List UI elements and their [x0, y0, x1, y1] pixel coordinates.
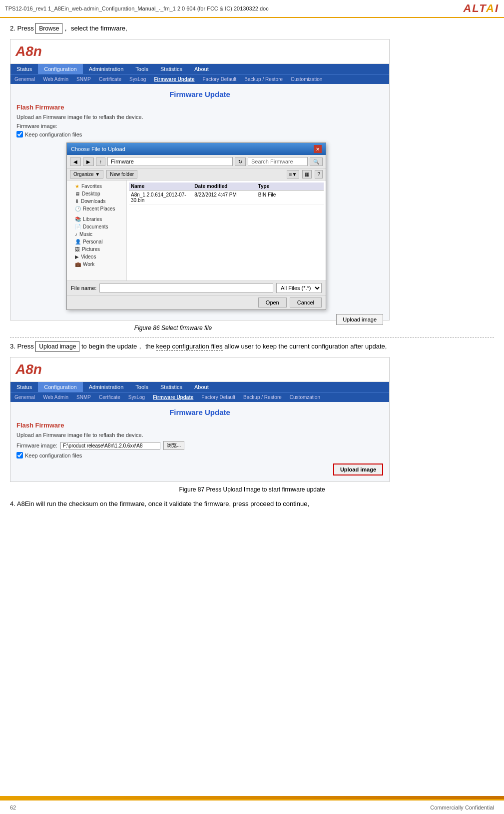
page-title-2: Firmware Update — [16, 408, 383, 416]
favorites-group: ★ Favorites 🖥 Desktop ⬇ Downloads 🕐 Rece… — [67, 182, 126, 212]
page-title-1: Firmware Update — [16, 90, 383, 98]
doc-title: TPS12-016_rev1 1_A8Ein_web-admin_Configu… — [5, 6, 269, 12]
nav-administration-1[interactable]: Administration — [83, 64, 130, 74]
file-list-header: Name Date modified Type — [129, 182, 324, 190]
sub-factory-1[interactable]: Factory Default — [199, 76, 241, 83]
keep-config-label-2: Keep configuration files — [25, 452, 82, 458]
keep-config-checkbox-1[interactable] — [16, 131, 23, 138]
libraries-group: 📚 Libraries 📄 Documents ♪ Music 👤 Person… — [67, 216, 126, 268]
nav-status-1[interactable]: Status — [10, 64, 38, 74]
dialog-refresh-button[interactable]: ↻ — [235, 158, 246, 166]
filename-label: File name: — [71, 285, 96, 291]
sub-syslog-1[interactable]: SysLog — [125, 76, 150, 83]
sidebar-recent[interactable]: 🕐 Recent Places — [67, 205, 126, 212]
nav-configuration-2[interactable]: Configuration — [38, 382, 82, 392]
file-type-1: BIN File — [258, 192, 322, 203]
firmware-label-1: Firmware image: — [16, 123, 57, 129]
nav-top-2: Status Configuration Administration Tool… — [10, 382, 389, 392]
nav-tools-2[interactable]: Tools — [129, 382, 154, 392]
dialog-close-button[interactable]: ✕ — [314, 145, 322, 153]
dialog-footer: File name: All Files (*.*) — [67, 280, 326, 295]
dialog-detail-button[interactable]: ▦ — [302, 170, 312, 178]
sub-backup-2[interactable]: Backup / Restore — [239, 394, 286, 401]
footer-confidential: Commercially Confidential — [430, 804, 494, 810]
sidebar-videos[interactable]: ▶ Videos — [67, 253, 126, 260]
sidebar-libraries[interactable]: 📚 Libraries — [67, 216, 126, 223]
col-type: Type — [258, 184, 322, 189]
dialog-forward-button[interactable]: ▶ — [83, 158, 94, 166]
altai-logo: ALTAI — [463, 2, 499, 15]
dialog-filetype-select[interactable]: All Files (*.*) — [276, 283, 322, 293]
nav-about-2[interactable]: About — [188, 382, 215, 392]
dialog-toolbar: ◀ ▶ ↑ Firmware ↻ 🔍 — [67, 155, 326, 168]
sub-webadmin-1[interactable]: Web Admin — [39, 76, 72, 83]
dashed-separator — [10, 338, 494, 338]
col-name: Name — [131, 184, 194, 189]
upload-image-button-2[interactable]: Upload image — [333, 464, 383, 476]
sub-firmware-1[interactable]: Firmware Update — [150, 76, 198, 83]
sub-snmp-1[interactable]: SNMP — [72, 76, 95, 83]
sub-genernal-2[interactable]: Genernal — [10, 394, 39, 401]
keep-config-row-1: Keep configuration files — [16, 131, 383, 138]
dialog-help-button[interactable]: ? — [315, 170, 323, 178]
file-dialog: Choose File to Upload ✕ ◀ ▶ ↑ Firmware ↻… — [66, 142, 326, 310]
dialog-path-bar[interactable]: Firmware — [107, 157, 233, 166]
sub-backup-1[interactable]: Backup / Restore — [240, 76, 287, 83]
sub-certificate-2[interactable]: Certficate — [95, 394, 124, 401]
keep-config-reference: keep configuration files — [156, 342, 223, 350]
sidebar-work[interactable]: 💼 Work — [67, 260, 126, 268]
sidebar-downloads[interactable]: ⬇ Downloads — [67, 198, 126, 205]
nav-tools-1[interactable]: Tools — [129, 64, 154, 74]
nav-statistics-1[interactable]: Statistics — [154, 64, 188, 74]
sidebar-desktop[interactable]: 🖥 Desktop — [67, 190, 126, 198]
upload-desc-2: Upload an Firmware image file to reflash… — [16, 432, 383, 438]
nav-statistics-2[interactable]: Statistics — [154, 382, 188, 392]
browse-button-2[interactable]: 浏览... — [163, 441, 184, 450]
a8n-logo: A8n — [15, 44, 42, 59]
dialog-view-button[interactable]: ≡▼ — [287, 170, 300, 178]
sidebar-favorites[interactable]: ★ Favorites — [67, 182, 126, 190]
footer-page: 62 — [10, 804, 16, 810]
dialog-open-button[interactable]: Open — [258, 298, 287, 308]
dialog-organize-bar: Organize ▼ New folder ≡▼ ▦ ? — [67, 168, 326, 180]
dialog-search-button[interactable]: 🔍 — [310, 158, 323, 166]
dialog-search-input[interactable] — [248, 157, 308, 166]
a8n-logo-bar-2: A8n — [10, 358, 389, 382]
keep-config-label-1: Keep configuration files — [25, 132, 82, 138]
file-row-1[interactable]: A8n_1.2.0.614_2012-07-30.bin 8/22/2012 4… — [129, 190, 324, 205]
a8n-logo-bar: A8n — [10, 40, 389, 64]
sub-syslog-2[interactable]: SysLog — [124, 394, 149, 401]
firmware-path-input[interactable] — [60, 442, 160, 450]
nav-administration-2[interactable]: Administration — [83, 382, 130, 392]
figure86-screenshot: A8n Status Configuration Administration … — [10, 39, 390, 320]
sub-factory-2[interactable]: Factory Default — [197, 394, 239, 401]
sub-snmp-2[interactable]: SNMP — [72, 394, 95, 401]
sub-webadmin-2[interactable]: Web Admin — [39, 394, 72, 401]
dialog-newfolder-button[interactable]: New folder — [106, 170, 137, 178]
sub-certificate-1[interactable]: Certificate — [95, 76, 125, 83]
sub-firmware-2[interactable]: Firmware Update — [149, 394, 197, 401]
sidebar-documents[interactable]: 📄 Documents — [67, 223, 126, 230]
nav-about-1[interactable]: About — [188, 64, 215, 74]
flash-firmware-title-1: Flash Firmware — [16, 104, 383, 111]
dialog-cancel-button[interactable]: Cancel — [290, 298, 322, 308]
sidebar-pictures[interactable]: 🖼 Pictures — [67, 246, 126, 253]
sub-genernal-1[interactable]: Genernal — [10, 76, 39, 83]
main-content: 2. Press Browse， select the firmware, A8… — [0, 18, 504, 554]
sidebar-music[interactable]: ♪ Music — [67, 230, 126, 238]
nav-configuration-1[interactable]: Configuration — [38, 64, 82, 74]
sidebar-personal[interactable]: 👤 Personal — [67, 238, 126, 246]
figure87-screenshot: A8n Status Configuration Administration … — [10, 357, 390, 482]
dialog-back-button[interactable]: ◀ — [70, 158, 81, 166]
dialog-filename-input[interactable] — [99, 284, 273, 292]
sub-custom-2[interactable]: Customzation — [286, 394, 324, 401]
sub-custom-1[interactable]: Customization — [287, 76, 326, 83]
keep-config-checkbox-2[interactable] — [16, 452, 23, 458]
dialog-up-button[interactable]: ↑ — [96, 158, 105, 166]
dialog-title: Choose File to Upload — [71, 146, 125, 152]
nav-status-2[interactable]: Status — [10, 382, 38, 392]
step4-text: 4. A8Ein will run the checksum on the fi… — [10, 499, 494, 509]
col-date: Date modified — [194, 184, 258, 189]
upload-image-button-1[interactable]: Upload image — [336, 314, 383, 325]
dialog-organize-button[interactable]: Organize ▼ — [70, 170, 103, 178]
